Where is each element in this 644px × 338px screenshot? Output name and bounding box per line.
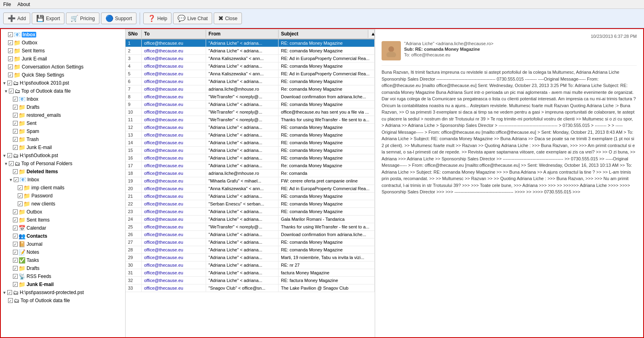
checkbox[interactable] [13, 274, 18, 279]
email-row[interactable]: 3office@thecause.eu"Anna Kaliszewska" < … [126, 55, 375, 62]
checkbox[interactable] [13, 113, 18, 118]
email-row[interactable]: 11office@thecause.eu"WeTransfer" < norep… [126, 116, 375, 124]
checkbox[interactable] [13, 258, 18, 263]
sidebar-item-deleted-items[interactable]: 📁Deleted Items [1, 168, 125, 176]
email-row[interactable]: 9office@thecause.eu"Adriana Liche" < adr… [126, 101, 375, 108]
checkbox[interactable] [18, 201, 23, 206]
email-row[interactable]: 30office@thecause.eu"Adriana Liche" < ad… [126, 261, 375, 269]
add-button[interactable]: ➕ Add [3, 12, 30, 24]
sidebar-item-imp-client[interactable]: 📁imp client mails [1, 184, 125, 192]
expand-icon[interactable]: ▼ [2, 153, 6, 158]
checkbox[interactable] [8, 64, 13, 69]
sidebar-item-drafts-3[interactable]: 📁Drafts [1, 264, 125, 272]
email-row[interactable]: 1office@thecause.eu"Adriana Liche" < adr… [126, 39, 375, 47]
sidebar-item-conv-action[interactable]: 📁Conversation Action Settings [1, 63, 125, 71]
sidebar-item-trash[interactable]: 📁Trash [1, 135, 125, 143]
checkbox[interactable] [13, 105, 18, 110]
checkbox[interactable] [8, 298, 13, 303]
sidebar-item-junk-2[interactable]: 📁Junk E-mail [1, 143, 125, 151]
checkbox[interactable] [9, 161, 14, 166]
sidebar-item-sent-2[interactable]: 📁Sent [1, 119, 125, 127]
checkbox[interactable] [14, 177, 19, 182]
checkbox[interactable] [7, 290, 12, 295]
email-row[interactable]: 23office@thecause.eu"Adriana Liche" < ad… [126, 208, 375, 216]
export-button[interactable]: 💾 Export [32, 12, 64, 24]
email-row[interactable]: 19office@thecause.eu"Mihaela Grafu" < mi… [126, 177, 375, 185]
email-row[interactable]: 31office@thecause.eu"Adriana Liche" < ad… [126, 269, 375, 277]
sidebar-item-restored[interactable]: 📁restored_emails [1, 111, 125, 119]
sidebar-item-inbox-top[interactable]: 📧Inbox [1, 31, 125, 39]
sidebar-item-journal[interactable]: 📔Journal [1, 240, 125, 248]
email-row[interactable]: 26office@thecause.eu"Adriana Liche" < ad… [126, 231, 375, 238]
email-row[interactable]: 16office@thecause.eu"Adriana Liche" < ad… [126, 154, 375, 162]
email-row[interactable]: 10office@thecause.eu"WeTransfer" < norep… [126, 108, 375, 116]
sidebar-item-h-pst-protected[interactable]: ▼🗂H:\pst\password-protected.pst [1, 288, 125, 297]
sidebar-item-junk-3[interactable]: 📁Junk E-mail [1, 280, 125, 288]
sidebar-item-h-pst-outlook[interactable]: ▼🗂H:\pst\Outlook.pst [1, 151, 125, 160]
email-row[interactable]: 21office@thecause.eu"Adriana Liche" < ad… [126, 193, 375, 200]
checkbox[interactable] [13, 226, 18, 230]
email-row[interactable]: 14office@thecause.eu"Adriana Liche" < ad… [126, 139, 375, 147]
checkbox[interactable] [13, 282, 18, 287]
checkbox[interactable] [8, 56, 13, 61]
checkbox[interactable] [13, 129, 18, 134]
checkbox[interactable] [13, 121, 18, 126]
sidebar-item-rss-feeds[interactable]: 📡RSS Feeds [1, 272, 125, 280]
checkbox[interactable] [8, 48, 13, 53]
email-row[interactable]: 24office@thecause.eu"Adriana Liche" < ad… [126, 216, 375, 223]
sidebar-item-h-pst-2010[interactable]: ▼🗂H:\pst\outlook 2010.pst [1, 79, 125, 87]
expand-icon[interactable]: ▼ [4, 162, 8, 166]
checkbox[interactable] [13, 145, 18, 150]
sidebar-item-contacts[interactable]: 👥Contacts [1, 232, 125, 240]
menu-file[interactable]: File [3, 2, 11, 7]
sidebar-item-inbox-2[interactable]: 📧Inbox [1, 95, 125, 103]
expand-icon[interactable]: ▼ [4, 89, 8, 93]
checkbox[interactable] [13, 218, 18, 222]
sidebar-item-outbox-3[interactable]: 📁Outbox [1, 208, 125, 216]
email-row[interactable]: 8office@thecause.eu"WeTransfer" < norepl… [126, 93, 375, 101]
sidebar-item-notes[interactable]: 📝Notes [1, 248, 125, 256]
checkbox[interactable] [13, 169, 18, 174]
checkbox[interactable] [18, 193, 23, 198]
email-row[interactable]: 4office@thecause.eu"Adriana Liche" < adr… [126, 62, 375, 70]
email-row[interactable]: 22office@thecause.eu"Serban Enescu" < se… [126, 200, 375, 208]
checkbox[interactable] [8, 40, 13, 45]
sidebar-item-quick-step[interactable]: 📁Quick Step Settings [1, 71, 125, 79]
email-row[interactable]: 20office@thecause.eu"Anna Kaliszewska" <… [126, 185, 375, 193]
sidebar-item-new-clients[interactable]: 📁new clients [1, 200, 125, 208]
checkbox[interactable] [13, 242, 18, 247]
checkbox[interactable] [18, 185, 23, 190]
email-row[interactable]: 28office@thecause.eu"Adriana Liche" < ad… [126, 246, 375, 254]
email-row[interactable]: 6office@thecause.eu"Adriana Liche" < adr… [126, 78, 375, 85]
menu-about[interactable]: About [17, 2, 30, 7]
sidebar-item-sent-items-3[interactable]: 📁Sent Items [1, 216, 125, 224]
sidebar-item-tasks[interactable]: ✅Tasks [1, 256, 125, 264]
close-button[interactable]: ✖ Close [214, 12, 242, 24]
email-row[interactable]: 25office@thecause.eu"WeTransfer" < norep… [126, 223, 375, 231]
email-row[interactable]: 17office@thecause.eu"Adriana Liche" < ad… [126, 162, 375, 170]
checkbox[interactable] [13, 266, 18, 271]
email-row[interactable]: 32office@thecause.eu"Adriana Liche" < ad… [126, 277, 375, 284]
checkbox[interactable] [13, 137, 18, 142]
checkbox[interactable] [13, 209, 18, 214]
email-row[interactable]: 2office@thecause.eu"Adriana Liche" < adr… [126, 47, 375, 55]
email-list-body[interactable]: 1office@thecause.eu"Adriana Liche" < adr… [126, 39, 375, 337]
expand-icon[interactable]: ▼ [2, 81, 6, 85]
email-row[interactable]: 5office@thecause.eu"Anna Kaliszewska" < … [126, 70, 375, 78]
email-row[interactable]: 7office@thecause.euadriana.liche@mhouse.… [126, 85, 375, 93]
email-row[interactable]: 15office@thecause.eu"Adriana Liche" < ad… [126, 147, 375, 154]
checkbox[interactable] [7, 153, 12, 158]
sidebar-item-password[interactable]: 📁Password [1, 192, 125, 200]
help-button[interactable]: ❓ Help [143, 12, 172, 24]
sidebar-item-top-outlook-data-2[interactable]: 🗂Top of Outlook data file [1, 297, 125, 305]
sidebar-item-drafts-2[interactable]: 📁Drafts [1, 103, 125, 111]
checkbox[interactable] [13, 234, 18, 238]
expand-icon[interactable]: ▼ [2, 290, 6, 295]
email-row[interactable]: 12office@thecause.eu"Adriana Liche" < ad… [126, 124, 375, 131]
checkbox[interactable] [7, 81, 12, 85]
sidebar-item-sent-items-top[interactable]: 📁Sent Items [1, 47, 125, 55]
checkbox[interactable] [9, 89, 14, 93]
sidebar-item-top-personal[interactable]: ▼🗂Top of Personal Folders [1, 160, 125, 168]
sidebar-item-top-outlook-data[interactable]: ▼🗂Top of Outlook data file [1, 87, 125, 95]
email-row[interactable]: 18office@thecause.euadriana.liche@mhouse… [126, 170, 375, 177]
